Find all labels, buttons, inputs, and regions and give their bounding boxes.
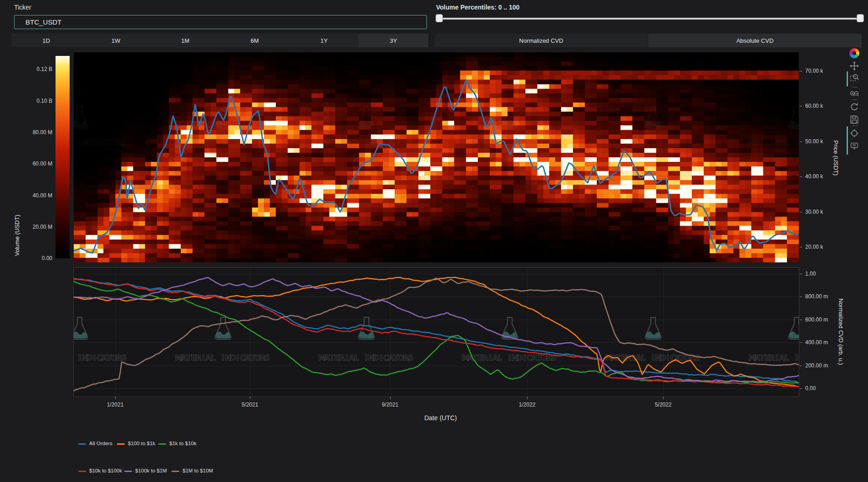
slider-handle-low[interactable] [436, 14, 443, 22]
range-button-6m[interactable]: 6M [220, 34, 289, 47]
cvd-tick: 800.00 m [805, 293, 828, 300]
colorbar-tick: 60.00 M [18, 161, 52, 167]
x-tick: 5/2021 [232, 402, 268, 408]
cvd-plot-area[interactable] [73, 267, 799, 397]
price-tick: 30.00 k [805, 209, 823, 215]
legend-swatch [117, 443, 125, 445]
cvd-tick: 200.00 m [805, 362, 828, 369]
slider-handle-high[interactable] [857, 14, 864, 22]
ticker-label: Ticker [14, 4, 31, 11]
colorbar-tick: 0.10 B [18, 98, 52, 104]
colorbar-tick: 40.00 M [18, 192, 52, 199]
volume-heatmap-canvas[interactable] [74, 52, 799, 262]
x-tick: 1/2021 [97, 402, 133, 408]
zoom-in-out-icon[interactable] [849, 89, 859, 99]
colorbar-tick: 0.00 [18, 255, 52, 261]
colorbar-tick: 80.00 M [18, 129, 52, 136]
legend-label: $100 to $1k [128, 441, 155, 446]
volume-percentiles-slider[interactable] [439, 18, 860, 20]
legend-label: All Orders [89, 441, 112, 446]
reset-axes-icon[interactable] [849, 102, 859, 112]
legend-swatch [158, 443, 166, 445]
ticker-input[interactable] [14, 15, 427, 29]
plotly-logo-icon[interactable] [849, 48, 859, 58]
range-button-1m[interactable]: 1M [151, 34, 220, 47]
price-tick: 40.00 k [805, 173, 823, 180]
volume-axis-title: Volume (USDT) [14, 186, 20, 286]
absolute-cvd-button[interactable]: Absolute CVD [648, 34, 862, 47]
legend-label: $10k to $100k [89, 468, 122, 473]
box-zoom-icon[interactable] [849, 73, 859, 83]
cvd-tick: 400.00 m [805, 339, 828, 346]
legend-swatch [172, 471, 179, 472]
volume-colorbar [56, 56, 70, 258]
hover-tooltip-icon[interactable] [849, 141, 859, 151]
active-tool-indicator [847, 71, 848, 86]
price-tick: 60.00 k [805, 103, 823, 109]
price-axis-title: Price (USDT) [832, 108, 839, 208]
x-tick: 5/2022 [645, 402, 681, 408]
cvd-lines-canvas[interactable] [74, 268, 799, 397]
legend-swatch [124, 471, 132, 472]
legend-label: $1k to $10k [169, 441, 196, 446]
price-tick: 20.00 k [805, 244, 823, 250]
x-axis-title: Date (UTC) [391, 414, 491, 422]
colorbar-tick: 0.12 B [18, 66, 52, 72]
active-toggles-indicator [847, 126, 848, 155]
range-button-1w[interactable]: 1W [81, 34, 151, 47]
price-tick: 50.00 k [805, 138, 823, 145]
colorbar-tick: 20.00 M [18, 224, 52, 230]
legend-label: $1M to $10M [183, 468, 213, 473]
spikelines-icon[interactable] [849, 128, 859, 138]
cvd-tick: 1.00 [805, 271, 816, 277]
x-tick: 9/2021 [372, 402, 408, 408]
cvd-tick: 0.00 [805, 385, 816, 392]
range-button-1y[interactable]: 1Y [289, 34, 359, 47]
legend-label: $100k to $1M [135, 468, 167, 473]
save-icon[interactable] [849, 115, 859, 125]
pan-icon[interactable] [849, 61, 859, 71]
firecharts-app: Ticker Volume Percentiles: 0 .. 100 1D 1… [0, 0, 868, 482]
legend-swatch [78, 443, 86, 445]
heatmap-plot-area[interactable] [74, 52, 799, 262]
normalized-cvd-button[interactable]: Normalized CVD [435, 34, 648, 47]
legend-swatch [78, 471, 86, 472]
cvd-axis-title: Normalized CVD (arb. u.) [838, 282, 844, 382]
cvd-tick: 600.00 m [805, 316, 828, 323]
range-button-1d[interactable]: 1D [11, 34, 81, 47]
price-tick: 70.00 k [805, 68, 823, 74]
x-tick: 1/2022 [509, 402, 545, 408]
volume-percentiles-label: Volume Percentiles: 0 .. 100 [436, 4, 519, 11]
range-button-3y[interactable]: 3Y [359, 34, 428, 47]
